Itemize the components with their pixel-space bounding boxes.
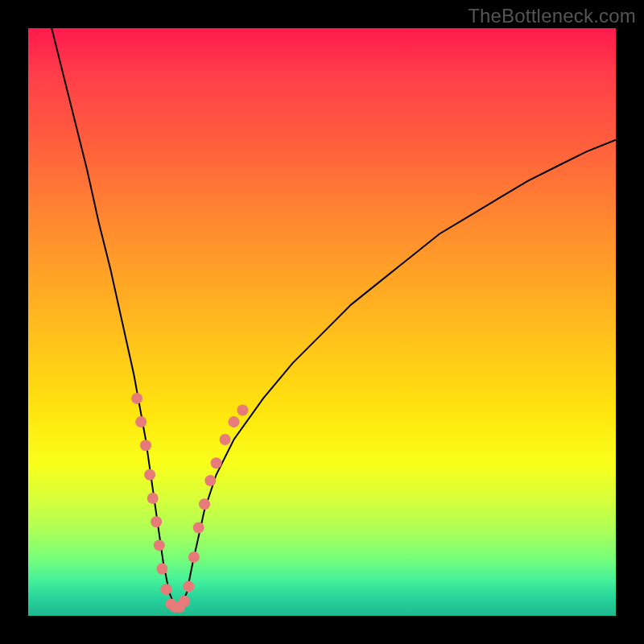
highlight-dot — [193, 522, 204, 534]
highlight-dot — [131, 393, 142, 404]
highlight-dot — [211, 457, 222, 469]
highlight-dot — [199, 498, 210, 510]
chart-svg — [28, 28, 616, 616]
highlight-dot — [156, 564, 167, 575]
watermark-text: TheBottleneck.com — [468, 5, 636, 27]
highlight-dot — [229, 416, 240, 427]
highlight-dot — [183, 581, 194, 592]
highlight-dot — [204, 475, 216, 486]
highlight-dot — [144, 469, 155, 481]
highlight-dot — [147, 493, 159, 504]
highlight-dot — [220, 434, 231, 445]
highlight-dot — [161, 584, 172, 595]
highlight-dot — [237, 405, 248, 416]
highlight-dot — [140, 440, 151, 451]
highlight-dot — [151, 516, 162, 527]
bottleneck-curve — [52, 28, 616, 607]
chart-frame: TheBottleneck.com — [0, 0, 644, 644]
highlight-dot — [135, 416, 147, 427]
highlight-dot — [188, 551, 200, 563]
plot-area — [28, 28, 616, 616]
highlight-dot — [154, 539, 165, 551]
highlight-dot — [179, 596, 190, 607]
